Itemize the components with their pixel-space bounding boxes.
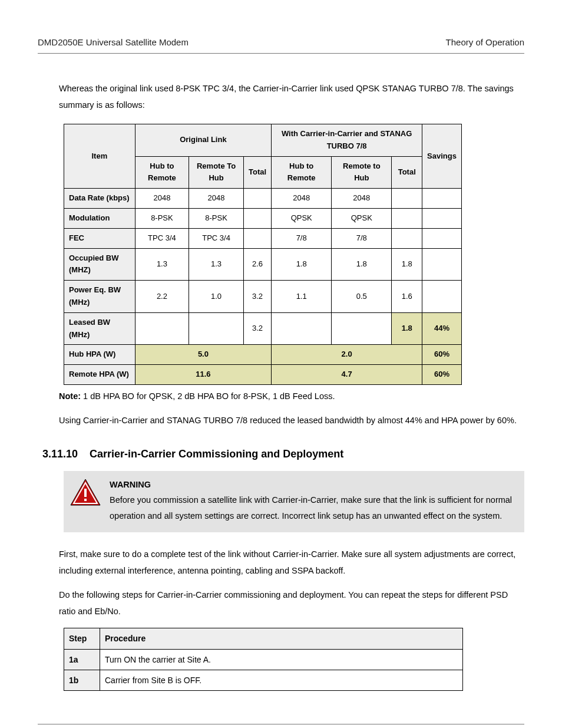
table-row-remotehpa: Remote HPA (W) 11.6 4.7 60% [64,365,462,385]
intro-paragraph: Whereas the original link used 8-PSK TPC… [59,81,524,113]
col-item: Item [64,124,135,189]
svg-rect-3 [84,499,87,501]
table-row: 1a Turn ON the carrier at Site A. [64,649,463,670]
table-row: Power Eq. BW (MHz) 2.2 1.0 3.2 1.1 0.5 1… [64,281,462,313]
page-footer: MN-DMD2050E Revision 2 3–42 [38,724,524,728]
header-left: DMD2050E Universal Satellite Modem [38,35,189,50]
col-procedure: Procedure [100,628,463,649]
table-row-hubhpa: Hub HPA (W) 5.0 2.0 60% [64,345,462,365]
sub-total-b: Total [392,156,422,189]
table-row: Data Rate (kbps) 2048 2048 2048 2048 [64,189,462,209]
page-header: DMD2050E Universal Satellite Modem Theor… [38,35,524,54]
steps-table: Step Procedure 1a Turn ON the carrier at… [64,628,463,691]
summary-paragraph: Using Carrier-in-Carrier and STANAG TURB… [59,413,524,429]
sub-h2r: Hub to Remote [135,156,189,189]
sub-total: Total [244,156,272,189]
sub-r2h-b: Remote to Hub [332,156,392,189]
table-row: Occupied BW (MHZ) 1.3 1.3 2.6 1.8 1.8 1.… [64,248,462,281]
col-step: Step [64,628,100,649]
table-row: 1b Carrier from Site B is OFF. [64,670,463,690]
sub-h2r-b: Hub to Remote [272,156,332,189]
header-right: Theory of Operation [446,35,524,50]
col-savings: Savings [422,124,462,189]
col-original: Original Link [135,124,271,157]
table-row: FEC TPC 3/4 TPC 3/4 7/8 7/8 [64,228,462,248]
warning-callout: WARNING Before you commission a satellit… [64,471,524,532]
warning-icon [70,478,105,512]
savings-table: Item Original Link With Carrier-in-Carri… [64,124,462,385]
sub-r2h: Remote To Hub [189,156,244,189]
svg-rect-2 [84,489,87,497]
warning-title: WARNING [110,477,515,493]
note-label: Note: [59,391,81,401]
col-cnc: With Carrier-in-Carrier and STANAG TURBO… [272,124,422,157]
note-text: 1 dB HPA BO for QPSK, 2 dB HPA BO for 8-… [81,391,335,401]
para-test: First, make sure to do a complete test o… [59,546,524,579]
section-title: Carrier-in-Carrier Commissioning and Dep… [90,448,343,460]
warning-text: Before you commission a satellite link w… [110,492,515,524]
table-row: Modulation 8-PSK 8-PSK QPSK QPSK [64,209,462,229]
para-steps-intro: Do the following steps for Carrier-in-Ca… [59,587,524,620]
table-row-leased: Leased BW (MHz) 3.2 1.8 44% [64,312,462,345]
section-number: 3.11.10 [42,446,78,463]
section-heading: 3.11.10Carrier-in-Carrier Commissioning … [42,446,524,463]
table-note: Note: 1 dB HPA BO for QPSK, 2 dB HPA BO … [59,390,524,403]
